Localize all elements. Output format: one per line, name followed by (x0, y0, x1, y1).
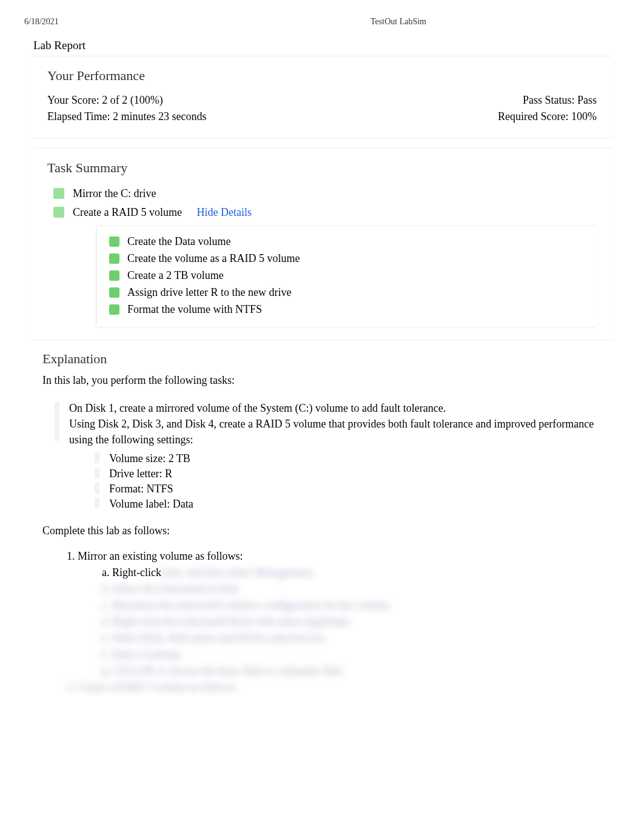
obscured-step: g. Click OK to choose the basic disk to … (102, 663, 602, 679)
step-1-title: 1. Mirror an existing volume as follows: (67, 550, 243, 562)
detail-item: Create the volume as a RAID 5 volume (109, 250, 585, 267)
obscured-step: f. Select Continue. (102, 646, 602, 663)
task-item: Create a RAID 5 volume Hide Details Crea… (53, 203, 597, 327)
explanation-bullet: On Disk 1, create a mirrored volume of t… (55, 400, 602, 416)
required-score: Required Score: 100% (498, 109, 597, 125)
setting-item: Drive letter: R (95, 466, 602, 481)
performance-heading: Your Performance (47, 68, 597, 84)
obscured-step: 2. Create a RAID 5 volume as follows: (67, 679, 602, 696)
explanation-section: Explanation In this lab, you perform the… (30, 351, 614, 696)
setting-item: Volume label: Data (95, 497, 602, 512)
obscured-step: b. Select the [obscured] of disk. (102, 581, 602, 597)
explanation-bullet: Using Disk 2, Disk 3, and Disk 4, create… (55, 416, 602, 512)
app-title: TestOut LabSim (273, 17, 620, 27)
page-date: 6/18/2021 (24, 17, 273, 27)
task-item: Mirror the C: drive (53, 184, 597, 203)
setting-item: Format: NTFS (95, 481, 602, 497)
task-label: Mirror the C: drive (73, 187, 156, 200)
setting-item: Volume size: 2 TB (95, 451, 602, 466)
report-title: Lab Report (0, 33, 644, 57)
detail-item: Create the Data volume (109, 233, 585, 250)
complete-intro: Complete this lab as follows: (42, 525, 602, 537)
task-details-panel: Create the Data volume Create the volume… (97, 226, 597, 326)
task-summary-heading: Task Summary (47, 160, 597, 176)
elapsed-time: Elapsed Time: 2 minutes 23 seconds (47, 109, 207, 125)
hide-details-link[interactable]: Hide Details (196, 206, 251, 218)
detail-item: Create a 2 TB volume (109, 267, 585, 284)
explanation-heading: Explanation (42, 351, 602, 367)
obscured-step: e. Select Disk. Add option and fill the … (102, 630, 602, 646)
task-label: Create a RAID 5 volume (73, 206, 182, 218)
obscured-text: Start, and then select Management. (161, 566, 315, 578)
score-text: Your Score: 2 of 2 (100%) (47, 92, 163, 109)
step-1: 1. Mirror an existing volume as follows:… (67, 548, 602, 679)
performance-panel: Your Performance Your Score: 2 of 2 (100… (30, 57, 614, 137)
detail-item: Format the volume with NTFS (109, 301, 585, 318)
detail-item: Assign drive letter R to the new drive (109, 284, 585, 301)
step-1a: a. Right-click Start, and then select Ma… (102, 565, 602, 581)
obscured-step: c. Maximize the [obscured] window config… (102, 597, 602, 614)
pass-status: Pass Status: Pass (523, 92, 597, 109)
task-summary-panel: Task Summary Mirror the C: drive Create … (30, 149, 614, 339)
explanation-intro: In this lab, you perform the following t… (42, 374, 602, 387)
obscured-step: d. Right click the [obscured] Basic disk… (102, 614, 602, 630)
